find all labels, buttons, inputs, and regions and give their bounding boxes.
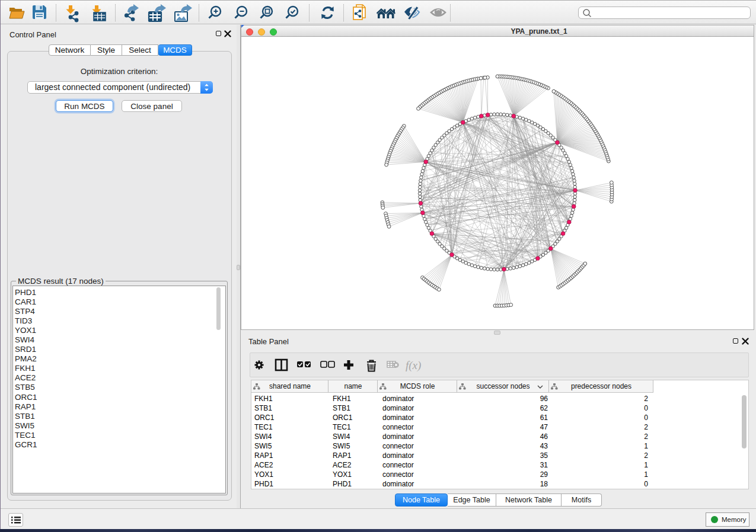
svg-text:f(x): f(x) bbox=[406, 359, 421, 372]
